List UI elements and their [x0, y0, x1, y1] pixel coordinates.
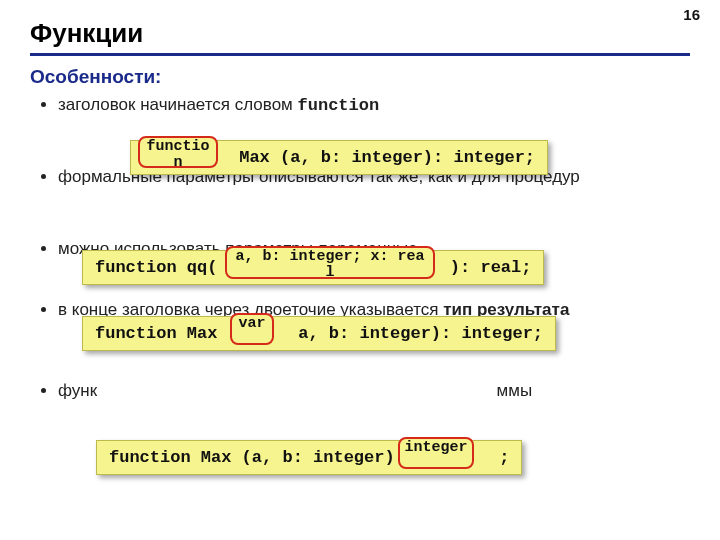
slide-title: Функции — [30, 18, 690, 49]
bullet-1: заголовок начинается словом function — [58, 94, 690, 116]
bullet-5: функ ммы — [58, 380, 690, 401]
code-2-before: function qq( — [95, 258, 228, 277]
code-1-after: Max (a, b: integer): integer; — [229, 148, 535, 167]
highlight-params: a, b: integer; x: real — [225, 246, 435, 279]
highlight-var: var — [230, 313, 274, 345]
section-heading: Особенности: — [30, 66, 690, 88]
highlight-function: function — [138, 136, 218, 168]
page-number: 16 — [683, 6, 700, 23]
bullet-1-text: заголовок начинается словом — [58, 95, 298, 114]
bullet-1-kw: function — [298, 96, 380, 115]
code-box-3: function Max ( a, b: integer): integer; — [82, 316, 556, 351]
code-3-before: function Max ( — [95, 324, 248, 343]
code-3-after: a, b: integer): integer; — [288, 324, 543, 343]
code-2-after: ): real; — [440, 258, 532, 277]
highlight-integer: integer — [398, 437, 474, 469]
code-4-before: function Max (a, b: integer): — [109, 448, 415, 467]
bullet-5-post: ммы — [497, 381, 533, 400]
title-rule — [30, 53, 690, 56]
code-4-after: ; — [489, 448, 509, 467]
bullet-5-pre: функ — [58, 381, 97, 400]
